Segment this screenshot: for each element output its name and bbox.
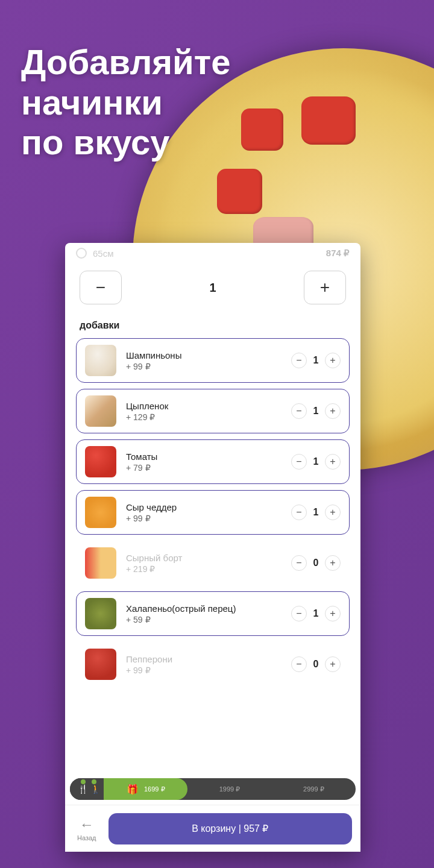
quantity-increase-button[interactable]: + bbox=[304, 271, 346, 304]
addon-row[interactable]: Томаты+ 79 ₽−1+ bbox=[76, 439, 350, 484]
progress-tier-1: 🎁 1699 ₽ bbox=[104, 778, 187, 800]
addon-increase-button[interactable]: + bbox=[325, 656, 341, 672]
addon-increase-button[interactable]: + bbox=[325, 403, 341, 419]
addon-price: + 79 ₽ bbox=[126, 463, 291, 473]
addon-increase-button[interactable]: + bbox=[325, 505, 341, 520]
quantity-decrease-button[interactable]: − bbox=[80, 271, 122, 304]
addon-row[interactable]: Сырный борт+ 219 ₽−0+ bbox=[76, 541, 350, 585]
addons-section-title: добавки bbox=[65, 315, 360, 338]
addon-quantity: 1 bbox=[310, 456, 321, 467]
addon-increase-button[interactable]: + bbox=[325, 353, 341, 368]
addon-image bbox=[85, 497, 116, 528]
addon-increase-button[interactable]: + bbox=[325, 555, 341, 571]
addon-name: Сыр чеддер bbox=[126, 502, 291, 512]
gift-icon: 🎁 bbox=[127, 784, 139, 795]
addon-name: Халапеньо(острый перец) bbox=[126, 603, 291, 614]
addon-price: + 99 ₽ bbox=[126, 665, 291, 675]
size-option-row[interactable]: 65см 874 ₽ bbox=[65, 243, 360, 262]
addon-decrease-button[interactable]: − bbox=[291, 555, 307, 571]
addon-price: + 219 ₽ bbox=[126, 564, 291, 574]
size-price: 874 ₽ bbox=[326, 248, 350, 259]
size-label: 65см bbox=[93, 248, 326, 259]
rewards-progress-bar[interactable]: 🍴 🚶 🎁 1699 ₽ 1999 ₽ 2999 ₽ bbox=[70, 778, 356, 800]
addon-image bbox=[85, 395, 116, 427]
back-arrow-icon: ← bbox=[80, 816, 94, 833]
quantity-value: 1 bbox=[209, 281, 216, 295]
radio-icon bbox=[76, 248, 87, 259]
addon-price: + 99 ₽ bbox=[126, 362, 291, 371]
addon-row[interactable]: Сыр чеддер+ 99 ₽−1+ bbox=[76, 490, 350, 535]
addon-name: Томаты bbox=[126, 451, 291, 462]
addon-name: Пепперони bbox=[126, 654, 291, 664]
addon-image bbox=[85, 598, 116, 629]
addon-quantity: 1 bbox=[310, 406, 321, 417]
addon-decrease-button[interactable]: − bbox=[291, 403, 307, 419]
app-screen: 65см 874 ₽ − 1 + добавки Шампиньоны+ 99 … bbox=[65, 243, 360, 852]
addon-image bbox=[85, 446, 116, 477]
addon-name: Шампиньоны bbox=[126, 350, 291, 360]
addon-image bbox=[85, 649, 116, 680]
addon-row[interactable]: Шампиньоны+ 99 ₽−1+ bbox=[76, 338, 350, 383]
quantity-stepper: − 1 + bbox=[65, 262, 360, 315]
addon-decrease-button[interactable]: − bbox=[291, 656, 307, 672]
addon-price: + 99 ₽ bbox=[126, 514, 291, 523]
progress-tier-2: 1999 ₽ bbox=[187, 778, 271, 800]
back-label: Назад bbox=[77, 834, 96, 841]
headline-text: Добавляйте начинки по вкусу bbox=[21, 42, 230, 163]
addon-increase-button[interactable]: + bbox=[325, 454, 341, 470]
addon-image bbox=[85, 547, 116, 579]
addon-row[interactable]: Пепперони+ 99 ₽−0+ bbox=[76, 642, 350, 687]
addon-quantity: 0 bbox=[310, 659, 321, 670]
bottom-bar: ← Назад В корзину | 957 ₽ bbox=[65, 805, 360, 852]
addon-decrease-button[interactable]: − bbox=[291, 454, 307, 470]
back-button[interactable]: ← Назад bbox=[74, 814, 100, 844]
addon-decrease-button[interactable]: − bbox=[291, 353, 307, 368]
addon-row[interactable]: Цыпленок+ 129 ₽−1+ bbox=[76, 389, 350, 433]
addon-decrease-button[interactable]: − bbox=[291, 505, 307, 520]
addon-row[interactable]: Халапеньо(острый перец)+ 59 ₽−1+ bbox=[76, 591, 350, 636]
addon-image bbox=[85, 345, 116, 376]
progress-tier-3: 2999 ₽ bbox=[272, 778, 356, 800]
add-to-cart-button[interactable]: В корзину | 957 ₽ bbox=[108, 813, 352, 844]
addon-increase-button[interactable]: + bbox=[325, 606, 341, 621]
addon-quantity: 1 bbox=[310, 608, 321, 619]
addon-quantity: 1 bbox=[310, 507, 321, 518]
addon-quantity: 1 bbox=[310, 355, 321, 366]
addon-quantity: 0 bbox=[310, 558, 321, 568]
progress-icons: 🍴 🚶 bbox=[70, 778, 104, 800]
addon-name: Цыпленок bbox=[126, 401, 291, 411]
addon-name: Сырный борт bbox=[126, 553, 291, 563]
addon-decrease-button[interactable]: − bbox=[291, 606, 307, 621]
addon-price: + 129 ₽ bbox=[126, 412, 291, 422]
addon-price: + 59 ₽ bbox=[126, 615, 291, 624]
